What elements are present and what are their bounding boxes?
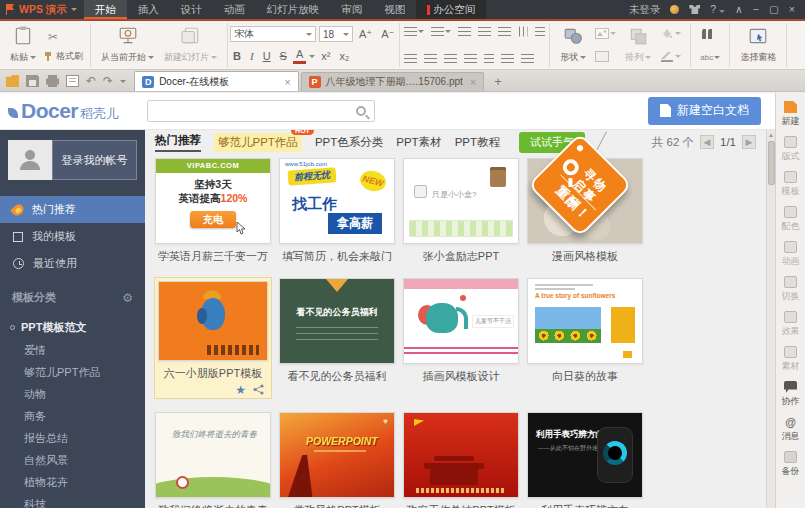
- charge-button[interactable]: 充电: [190, 211, 236, 228]
- template-thumb[interactable]: [527, 158, 643, 244]
- template-thumb[interactable]: 儿童节不干活: [403, 278, 519, 364]
- font-size-select[interactable]: 18: [319, 26, 353, 42]
- section-title[interactable]: PPT模板范文: [0, 315, 145, 339]
- menu-tab-design[interactable]: 设计: [170, 0, 213, 19]
- rightbar-collaborate[interactable]: 协作: [776, 378, 805, 413]
- from-current-button[interactable]: 从当前开始: [96, 24, 159, 66]
- template-card[interactable]: A true story of sunflowers 向日葵的故事: [527, 278, 643, 398]
- scroll-up-arrow[interactable]: ▲: [767, 130, 775, 140]
- template-thumb[interactable]: [158, 281, 268, 361]
- menu-tab-office-space[interactable]: 办公空间: [416, 0, 486, 19]
- category-report[interactable]: 报告总结: [24, 427, 84, 449]
- new-blank-doc-button[interactable]: 新建空白文档: [648, 97, 761, 125]
- skin-icon[interactable]: [689, 5, 700, 14]
- print-preview-button[interactable]: [66, 75, 79, 87]
- doc-tab-ppt[interactable]: P 八年级地理下册期.…15706.ppt ×: [301, 72, 485, 91]
- template-thumb[interactable]: 致我们终将逝去的青春: [155, 412, 271, 498]
- favorite-star-icon[interactable]: ★: [235, 384, 246, 396]
- subscript-button[interactable]: x₂: [336, 48, 352, 64]
- strikethrough-button[interactable]: S: [277, 48, 290, 64]
- print-button[interactable]: [46, 75, 59, 87]
- outline-color-button[interactable]: [658, 50, 683, 63]
- menu-tab-review[interactable]: 审阅: [330, 0, 373, 19]
- minimize-button[interactable]: −: [753, 0, 759, 19]
- template-thumb[interactable]: 只是小小盒?: [403, 158, 519, 244]
- menu-tab-slideshow[interactable]: 幻灯片放映: [256, 0, 331, 19]
- template-thumb[interactable]: POWERPOINT ♥: [279, 412, 395, 498]
- close-button[interactable]: ×: [789, 0, 795, 19]
- rightbar-template[interactable]: 模板: [776, 168, 805, 203]
- picture-button[interactable]: [593, 27, 618, 40]
- template-card[interactable]: 只是小小盒? 张小盒励志PPT: [403, 158, 519, 264]
- template-thumb[interactable]: A true story of sunflowers: [527, 278, 643, 364]
- rightbar-materials[interactable]: 素材: [776, 343, 805, 378]
- template-card[interactable]: POWERPOINT ♥ 党政风格PPT模板: [279, 412, 395, 508]
- tab-hot[interactable]: 热门推荐: [155, 133, 201, 152]
- category-business[interactable]: 商务: [24, 405, 84, 427]
- template-card-highlighted[interactable]: 六一小朋版PPT模板 ★: [155, 278, 271, 398]
- login-status[interactable]: 未登录: [629, 0, 661, 19]
- replace-button[interactable]: abc: [698, 52, 722, 63]
- format-painter-button[interactable]: 格式刷: [43, 50, 83, 63]
- redo-button[interactable]: ↷: [103, 74, 113, 88]
- bullets-button[interactable]: [402, 26, 426, 37]
- scrollbar[interactable]: ▲: [766, 130, 775, 508]
- increase-indent-button[interactable]: [476, 26, 493, 37]
- align-left-button[interactable]: [402, 53, 419, 64]
- justify-button[interactable]: [462, 53, 479, 64]
- search-icon[interactable]: [356, 106, 366, 116]
- numbering-button[interactable]: [429, 26, 453, 37]
- template-caption[interactable]: 插画风模板设计: [403, 369, 519, 384]
- undo-button[interactable]: ↶: [86, 74, 96, 88]
- close-tab-icon[interactable]: ×: [468, 76, 476, 88]
- tab-tutorials[interactable]: PPT教程: [455, 135, 500, 150]
- app-logo[interactable]: WPS 演示: [0, 0, 84, 19]
- line-spacing-button[interactable]: [496, 26, 513, 37]
- template-card[interactable]: 儿童节不干活 插画风模板设计: [403, 278, 519, 398]
- restore-button[interactable]: ▢: [769, 0, 779, 19]
- rightbar-messages[interactable]: @消息: [776, 413, 805, 448]
- tab-goufaner[interactable]: 够范儿PPT作品HOT: [214, 133, 302, 152]
- category-goufaner[interactable]: 够范儿PPT作品: [24, 361, 141, 383]
- share-icon[interactable]: [253, 384, 264, 395]
- template-caption[interactable]: 利用手表巧辨方向: [527, 503, 643, 508]
- picture-button2[interactable]: [593, 50, 618, 63]
- next-page-button[interactable]: ▶: [742, 135, 756, 149]
- template-caption[interactable]: 致我们终将逝去的青春: [155, 503, 271, 508]
- new-slide-button[interactable]: 新建幻灯片: [159, 24, 222, 66]
- text-direction-button[interactable]: [516, 26, 530, 37]
- underline-button[interactable]: U: [260, 48, 274, 64]
- template-caption[interactable]: 学英语月薪三千变一万: [155, 249, 271, 264]
- category-animals[interactable]: 动物: [24, 383, 84, 405]
- align-center-button[interactable]: [422, 53, 439, 64]
- tab-materials[interactable]: PPT素材: [396, 135, 441, 150]
- category-tech[interactable]: 科技: [24, 493, 84, 508]
- font-color-arrow-icon[interactable]: [309, 55, 315, 58]
- arrange-button[interactable]: 排列: [620, 24, 656, 66]
- numbered-list-settings-button[interactable]: [499, 53, 516, 64]
- paste-button[interactable]: 粘贴: [5, 24, 41, 66]
- vip-icon[interactable]: [670, 5, 679, 14]
- prev-page-button[interactable]: ◀: [700, 135, 714, 149]
- fill-color-button[interactable]: [658, 27, 683, 40]
- template-caption[interactable]: 看不见的公务员福利: [279, 369, 395, 384]
- collapse-ribbon-button[interactable]: ∧: [735, 0, 743, 19]
- rightbar-animation[interactable]: 动画: [776, 238, 805, 273]
- shapes-button[interactable]: 形状: [555, 24, 591, 66]
- search-input[interactable]: [148, 102, 356, 120]
- columns-button[interactable]: [533, 26, 547, 37]
- close-tab-icon[interactable]: ×: [282, 76, 290, 88]
- category-love[interactable]: 爱情: [24, 339, 84, 361]
- qat-more-button[interactable]: [120, 80, 126, 83]
- find-button[interactable]: [698, 27, 722, 42]
- selection-pane-button[interactable]: 选择窗格: [735, 24, 781, 66]
- template-thumb[interactable]: 看不见的公务员福利: [279, 278, 395, 364]
- list-level-button[interactable]: [519, 53, 536, 64]
- settings-gear-icon[interactable]: ⚙: [122, 291, 133, 305]
- font-family-select[interactable]: 宋体: [230, 26, 316, 42]
- decrease-indent-button[interactable]: [456, 26, 473, 37]
- template-card[interactable]: 利用手表巧辨方向 ——从此不怕在野外迷了路 利用手表巧辨方向: [527, 412, 643, 508]
- cut-button[interactable]: ✂: [43, 27, 63, 47]
- grow-font-button[interactable]: A⁺: [356, 26, 375, 42]
- rightbar-transition[interactable]: 切换: [776, 273, 805, 308]
